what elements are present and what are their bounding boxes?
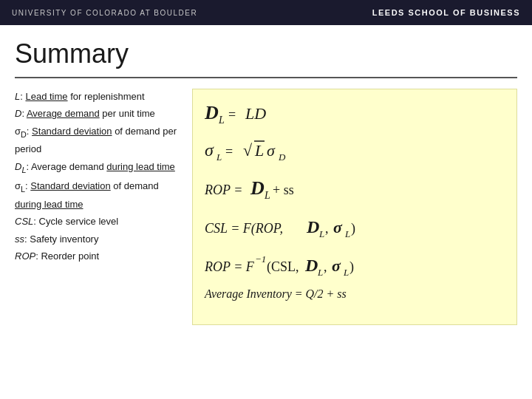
header-institution: UNIVERSITY OF COLORADO AT BOULDER bbox=[12, 9, 197, 17]
svg-text:D: D bbox=[304, 256, 318, 275]
definitions-list: L: Lead time for replenishment D: Averag… bbox=[15, 89, 177, 265]
formula-svg-1: D L = LD bbox=[205, 98, 301, 126]
def-DL: DL: Average demand during lead time bbox=[15, 159, 177, 177]
svg-text:,: , bbox=[324, 259, 327, 274]
avg-inventory-text: Average Inventory = Q/2 + ss bbox=[205, 287, 347, 300]
svg-text:L: L bbox=[254, 141, 264, 160]
label-ROP: Reorder point bbox=[41, 250, 99, 262]
svg-text:σ: σ bbox=[332, 256, 341, 275]
svg-text:(CSL,: (CSL, bbox=[267, 259, 299, 275]
divider bbox=[15, 77, 517, 78]
var-DL: DL bbox=[15, 161, 26, 172]
header-school: LEEDS SCHOOL OF BUSINESS bbox=[372, 8, 520, 17]
formula-svg-4: CSL = F(ROP, D L , σ L ) bbox=[205, 211, 412, 242]
svg-text:L: L bbox=[264, 190, 270, 201]
main-content: Summary L: Lead time for replenishment D… bbox=[0, 25, 532, 332]
def-L: L: Lead time for replenishment bbox=[15, 89, 177, 104]
header: UNIVERSITY OF COLORADO AT BOULDER LEEDS … bbox=[0, 0, 532, 25]
label-lead-time: Lead time for replenishment bbox=[25, 91, 144, 102]
def-ss: ss: Safety inventory bbox=[15, 231, 177, 247]
svg-text:σ: σ bbox=[205, 140, 214, 160]
svg-text:+ ss: + ss bbox=[273, 183, 294, 197]
svg-text:√: √ bbox=[243, 141, 253, 160]
svg-text:ROP = F: ROP = F bbox=[205, 259, 255, 274]
formula-ROP-eq-F-inv: ROP = F −1 (CSL, D L , σ L ) bbox=[205, 249, 505, 280]
def-ROP: ROP: Reorder point bbox=[15, 248, 177, 264]
svg-text:D: D bbox=[250, 177, 265, 199]
def-sigma-D: σD: Standard deviation of demand per per… bbox=[15, 123, 177, 157]
formula-svg-5: ROP = F −1 (CSL, D L , σ L ) bbox=[205, 249, 426, 280]
svg-text:L: L bbox=[344, 228, 350, 239]
svg-text:L: L bbox=[216, 151, 222, 163]
svg-text:σ: σ bbox=[267, 141, 276, 160]
content-area: L: Lead time for replenishment D: Averag… bbox=[15, 89, 517, 325]
formulas-box: D L = LD σ L = √ bbox=[192, 89, 517, 325]
label-sigma-D: Standard deviation of demand per period bbox=[15, 126, 177, 154]
label-CSL: Cycle service level bbox=[39, 216, 119, 227]
formula-DL-eq-LD: D L = LD bbox=[205, 98, 505, 126]
svg-text:ROP =: ROP = bbox=[205, 183, 242, 197]
label-sigma-L: Standard deviation of demand during lead… bbox=[15, 180, 159, 209]
svg-text:,: , bbox=[325, 221, 329, 236]
svg-text:D: D bbox=[278, 151, 286, 163]
svg-text:L: L bbox=[318, 228, 324, 239]
var-CSL: CSL bbox=[15, 216, 33, 227]
var-ROP: ROP bbox=[15, 250, 35, 262]
var-sigma-D: σD bbox=[15, 126, 27, 137]
svg-text:D: D bbox=[306, 217, 319, 236]
label-ss: Safety inventory bbox=[30, 233, 98, 245]
def-CSL: CSL: Cycle service level bbox=[15, 214, 177, 229]
svg-text:): ) bbox=[349, 259, 354, 275]
avg-inventory-formula: Average Inventory = Q/2 + ss bbox=[205, 287, 505, 301]
svg-text:): ) bbox=[351, 221, 355, 236]
var-sigma-L: σL bbox=[15, 180, 25, 191]
formula-svg-2: σ L = √ L σ D bbox=[205, 134, 338, 165]
formula-CSL-eq-F: CSL = F(ROP, D L , σ L ) bbox=[205, 211, 505, 242]
var-ss: ss bbox=[15, 233, 24, 245]
svg-text:D: D bbox=[205, 102, 219, 123]
svg-text:=: = bbox=[228, 107, 236, 122]
svg-text:LD: LD bbox=[245, 104, 266, 123]
svg-text:−1: −1 bbox=[255, 253, 266, 265]
svg-text:CSL = F(ROP,: CSL = F(ROP, bbox=[205, 221, 283, 236]
svg-text:L: L bbox=[317, 267, 323, 278]
label-avg-demand: Average demand per unit time bbox=[27, 108, 155, 119]
svg-text:σ: σ bbox=[333, 218, 343, 236]
formula-ROP-eq-DL-ss: ROP = D L + ss bbox=[205, 172, 505, 203]
svg-text:L: L bbox=[218, 115, 225, 126]
label-DL: Average demand during lead time bbox=[31, 161, 175, 172]
def-D: D: Average demand per unit time bbox=[15, 106, 177, 121]
var-D: D bbox=[15, 108, 21, 119]
svg-text:=: = bbox=[225, 144, 233, 159]
svg-text:L: L bbox=[343, 267, 349, 278]
def-sigma-L: σL: Standard deviation of demand during … bbox=[15, 178, 177, 212]
formula-sigma-L: σ L = √ L σ D bbox=[205, 134, 505, 165]
page-title: Summary bbox=[15, 38, 517, 69]
formula-svg-3: ROP = D L + ss bbox=[205, 172, 352, 203]
var-L: L bbox=[15, 91, 20, 102]
